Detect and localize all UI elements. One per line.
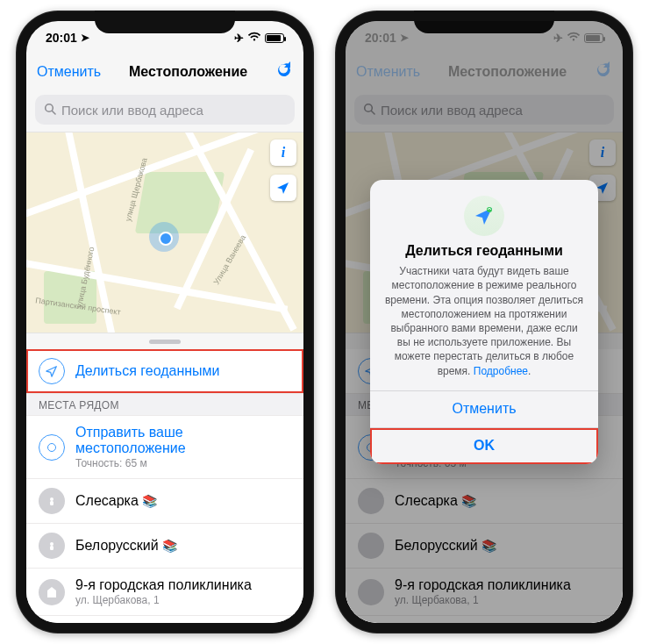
- nearby-header: МЕСТА РЯДОМ: [26, 394, 303, 416]
- nav-bar: Отменить Местоположение: [26, 54, 303, 89]
- notch: [95, 11, 235, 33]
- send-current-location-label: Отправить ваше местоположение: [75, 425, 291, 456]
- svg-point-4: [50, 542, 53, 546]
- page-title: Местоположение: [129, 64, 247, 80]
- svg-point-10: [487, 207, 492, 212]
- alert-title: Делиться геоданными: [384, 243, 584, 259]
- place-name: Слесарка: [75, 493, 139, 508]
- place-icon: [39, 488, 65, 514]
- reload-button[interactable]: [275, 61, 293, 82]
- books-icon: 📚: [142, 494, 157, 508]
- place-cell[interactable]: Белорусский📚: [26, 524, 303, 569]
- share-live-location-label: Делиться геоданными: [75, 363, 291, 379]
- location-services-icon: ➤: [81, 32, 89, 44]
- place-icon: [39, 579, 65, 605]
- screen-right: 20:01 ➤ ✈︎ Отменить Местоположение Поис: [346, 21, 623, 623]
- place-name: Белорусский: [75, 538, 159, 553]
- airplane-mode-icon: ✈︎: [234, 32, 244, 45]
- screen-left: 20:01 ➤ ✈︎ Отменить Местоположение Поис: [26, 21, 303, 623]
- phone-right: 20:01 ➤ ✈︎ Отменить Местоположение Поис: [335, 11, 633, 633]
- map-info-button[interactable]: i: [270, 140, 296, 166]
- map-locate-button[interactable]: [270, 175, 296, 201]
- phone-left: 20:01 ➤ ✈︎ Отменить Местоположение Поис: [16, 11, 314, 633]
- target-icon: [39, 434, 65, 461]
- svg-line-1: [53, 111, 56, 114]
- current-location-marker: [149, 222, 179, 252]
- place-name: 9-я городская поликлиника: [75, 577, 252, 592]
- share-location-icon: [39, 358, 65, 384]
- search-icon: [44, 103, 56, 118]
- map-view[interactable]: улица Щербакова улица Будённого Улица Ва…: [26, 132, 303, 333]
- share-location-alert: Делиться геоданными Участники чата будут…: [370, 180, 598, 464]
- books-icon: 📚: [162, 539, 177, 553]
- street-label: Улица Ванеева: [212, 233, 248, 286]
- sheet-grip[interactable]: [26, 333, 303, 349]
- alert-backdrop: Делиться геоданными Участники чата будут…: [346, 21, 623, 623]
- svg-rect-3: [50, 501, 53, 505]
- send-current-location-cell[interactable]: Отправить ваше местоположение Точность: …: [26, 416, 303, 479]
- battery-icon: [265, 33, 284, 43]
- place-icon: [39, 533, 65, 559]
- place-cell[interactable]: Nestanda Records ул. Будённого, 1: [26, 616, 303, 623]
- alert-text: Участники чата будут видеть ваше местопо…: [384, 264, 584, 378]
- alert-cancel-button[interactable]: Отменить: [370, 390, 598, 427]
- cancel-button[interactable]: Отменить: [37, 64, 101, 80]
- alert-ok-button[interactable]: OK: [370, 427, 598, 464]
- place-cell[interactable]: 9-я городская поликлиника ул. Щербакова,…: [26, 569, 303, 616]
- search-input[interactable]: Поиск или ввод адреса: [35, 95, 295, 125]
- share-live-location-cell[interactable]: Делиться геоданными: [26, 349, 303, 394]
- place-address: ул. Щербакова, 1: [75, 594, 291, 606]
- svg-point-2: [50, 497, 53, 501]
- search-placeholder: Поиск или ввод адреса: [61, 103, 203, 118]
- status-time: 20:01: [46, 31, 77, 45]
- alert-more-link[interactable]: Подробнее: [474, 365, 528, 377]
- alert-icon: [464, 196, 504, 236]
- accuracy-label: Точность: 65 м: [75, 457, 291, 469]
- place-cell[interactable]: Слесарка📚: [26, 479, 303, 524]
- wifi-icon: [247, 31, 261, 45]
- svg-rect-5: [50, 546, 53, 550]
